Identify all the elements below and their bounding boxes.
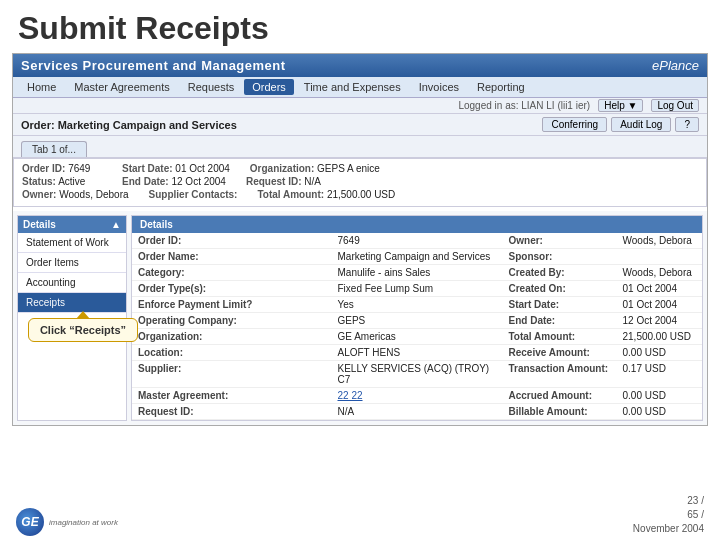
sidebar-item-order-items[interactable]: Order Items: [18, 253, 126, 273]
menu-item-master-agreements[interactable]: Master Agreements: [66, 79, 177, 95]
detail-label: Order Type(s):: [132, 281, 332, 297]
conferring-button[interactable]: Conferring: [542, 117, 607, 132]
sidebar-header: Details ▲: [18, 216, 126, 233]
detail-value: GE Americas: [332, 329, 503, 345]
table-row: Request ID: N/A Billable Amount: 0.00 US…: [132, 404, 702, 420]
menu-item-invoices[interactable]: Invoices: [411, 79, 467, 95]
top-nav-title: Services Procurement and Management: [21, 58, 286, 73]
detail-value: N/A: [332, 404, 503, 420]
footer-date: November 2004: [633, 523, 704, 534]
detail-value: 12 Oct 2004: [617, 313, 703, 329]
footer: 23 / 65 / November 2004: [633, 494, 704, 536]
page-title: Submit Receipts: [0, 0, 720, 53]
detail-value: Woods, Debora: [617, 265, 703, 281]
status-label: Status: Active: [22, 176, 102, 187]
details-panel-header: Details: [132, 216, 702, 233]
order-info-row-2: Status: Active End Date: 12 Oct 2004 Req…: [22, 176, 698, 187]
menu-item-requests[interactable]: Requests: [180, 79, 242, 95]
detail-label: End Date:: [503, 313, 617, 329]
detail-value: 0.00 USD: [617, 404, 703, 420]
logged-in-text: Logged in as: LIAN LI (lii1 ier): [458, 100, 590, 111]
detail-value: Yes: [332, 297, 503, 313]
table-row: Organization: GE Americas Total Amount: …: [132, 329, 702, 345]
logout-button[interactable]: Log Out: [651, 99, 699, 112]
detail-label: Total Amount:: [503, 329, 617, 345]
detail-value: Manulife - ains Sales: [332, 265, 503, 281]
detail-label: Billable Amount:: [503, 404, 617, 420]
detail-value: 21,500.00 USD: [617, 329, 703, 345]
top-nav-brand: ePlance: [652, 58, 699, 73]
footer-slide: 65 /: [687, 509, 704, 520]
detail-value: ALOFT HENS: [332, 345, 503, 361]
table-row: Location: ALOFT HENS Receive Amount: 0.0…: [132, 345, 702, 361]
menu-bar: HomeMaster AgreementsRequestsOrdersTime …: [13, 77, 707, 98]
detail-value: GEPS: [332, 313, 503, 329]
table-row: Category: Manulife - ains Sales Created …: [132, 265, 702, 281]
sidebar-collapse-icon[interactable]: ▲: [111, 219, 121, 230]
details-panel: Details Order ID: 7649 Owner: Woods, Deb…: [131, 215, 703, 421]
detail-value: 0.17 USD: [617, 361, 703, 388]
order-info-row-3: Owner: Woods, Debora Supplier Contacts: …: [22, 189, 698, 200]
detail-value: Fixed Fee Lump Sum: [332, 281, 503, 297]
table-row: Master Agreement: 22 22 Accrued Amount: …: [132, 388, 702, 404]
ge-circle-logo: GE: [16, 508, 44, 536]
detail-label: Accrued Amount:: [503, 388, 617, 404]
detail-value: 0.00 USD: [617, 345, 703, 361]
detail-label: Transaction Amount:: [503, 361, 617, 388]
menu-item-reporting[interactable]: Reporting: [469, 79, 533, 95]
detail-value: 01 Oct 2004: [617, 281, 703, 297]
order-id-label: Order ID: 7649: [22, 163, 102, 174]
callout-bubble: Click “Receipts”: [28, 318, 138, 342]
detail-label: Created On:: [503, 281, 617, 297]
details-table: Order ID: 7649 Owner: Woods, Debora Orde…: [132, 233, 702, 420]
request-id-label: Request ID: N/A: [246, 176, 326, 187]
org-label: Organization: GEPS A enice: [250, 163, 380, 174]
table-row: Enforce Payment Limit? Yes Start Date: 0…: [132, 297, 702, 313]
detail-label: Supplier:: [132, 361, 332, 388]
table-row: Supplier: KELLY SERVICES (ACQ) (TROY) C7…: [132, 361, 702, 388]
order-name: Marketing Campaign and Services: [58, 119, 237, 131]
detail-label: Operating Company:: [132, 313, 332, 329]
detail-value: 0.00 USD: [617, 388, 703, 404]
tab-1[interactable]: Tab 1 of...: [21, 141, 87, 157]
detail-value: 01 Oct 2004: [617, 297, 703, 313]
top-nav: Services Procurement and Management ePla…: [13, 54, 707, 77]
order-title: Order: Marketing Campaign and Services: [21, 119, 237, 131]
app-container: Services Procurement and Management ePla…: [12, 53, 708, 426]
table-row: Operating Company: GEPS End Date: 12 Oct…: [132, 313, 702, 329]
detail-label: Start Date:: [503, 297, 617, 313]
detail-label: Request ID:: [132, 404, 332, 420]
menu-item-orders[interactable]: Orders: [244, 79, 294, 95]
detail-label: Order ID:: [132, 233, 332, 249]
order-info: Order ID: 7649 Start Date: 01 Oct 2004 O…: [13, 158, 707, 207]
menu-item-time-and-expenses[interactable]: Time and Expenses: [296, 79, 409, 95]
help-icon-button[interactable]: ?: [675, 117, 699, 132]
detail-label: Enforce Payment Limit?: [132, 297, 332, 313]
details-table-body: Order ID: 7649 Owner: Woods, Debora Orde…: [132, 233, 702, 420]
start-date-label: Start Date: 01 Oct 2004: [122, 163, 230, 174]
detail-label: Order Name:: [132, 249, 332, 265]
sidebar-item-accounting[interactable]: Accounting: [18, 273, 126, 293]
sidebar-item-receipts[interactable]: Receipts: [18, 293, 126, 313]
sidebar-item-statement-of-work[interactable]: Statement of Work: [18, 233, 126, 253]
order-header: Order: Marketing Campaign and Services C…: [13, 114, 707, 136]
footer-page: 23 /: [687, 495, 704, 506]
owner-label: Owner: Woods, Debora: [22, 189, 129, 200]
detail-label: Organization:: [132, 329, 332, 345]
ge-tagline: imagination at work: [49, 518, 118, 527]
detail-value: 22 22: [332, 388, 503, 404]
detail-value: [617, 249, 703, 265]
help-button[interactable]: Help ▼: [598, 99, 643, 112]
order-info-row-1: Order ID: 7649 Start Date: 01 Oct 2004 O…: [22, 163, 698, 174]
menu-item-home[interactable]: Home: [19, 79, 64, 95]
detail-label: Owner:: [503, 233, 617, 249]
detail-label: Receive Amount:: [503, 345, 617, 361]
ge-logo: GE imagination at work: [16, 508, 118, 536]
login-bar: Logged in as: LIAN LI (lii1 ier) Help ▼ …: [13, 98, 707, 114]
end-date-label: End Date: 12 Oct 2004: [122, 176, 226, 187]
table-row: Order Type(s): Fixed Fee Lump Sum Create…: [132, 281, 702, 297]
detail-value: 7649: [332, 233, 503, 249]
audit-log-button[interactable]: Audit Log: [611, 117, 671, 132]
detail-label: Sponsor:: [503, 249, 617, 265]
ge-logo-text: GE: [21, 515, 38, 529]
